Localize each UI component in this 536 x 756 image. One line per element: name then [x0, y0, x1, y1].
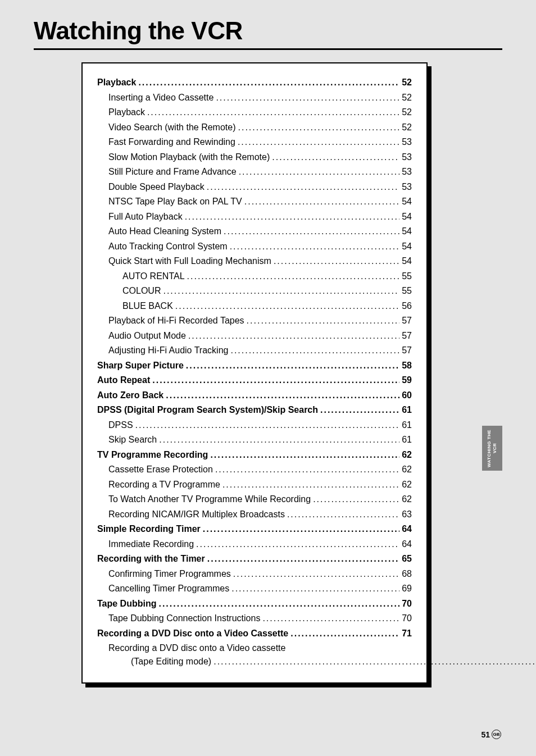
toc-entry-multiline[interactable]: Recording a DVD disc onto a Video casset… [97, 641, 412, 668]
toc-page: 62 [402, 448, 412, 462]
toc-entry[interactable]: Auto Repeat ............................… [97, 374, 412, 387]
toc-label: Cassette Erase Protection [108, 463, 213, 476]
toc-page: 62 [402, 463, 412, 476]
toc-entry[interactable]: AUTO RENTAL ............................… [97, 270, 412, 283]
toc-label: Cancelling Timer Programmes [108, 582, 229, 595]
toc-dots: ........................................… [152, 374, 399, 387]
toc-page: 54 [402, 195, 412, 208]
toc-label: Video Search (with the Remote) [108, 121, 235, 134]
toc-entry[interactable]: Slow Motion Playback (with the Remote) .… [97, 151, 412, 164]
toc-dots: ........................................… [186, 359, 399, 372]
toc-dots: ........................................… [224, 225, 399, 238]
toc-dots: ........................................… [238, 135, 399, 149]
toc-entry[interactable]: Audio Output Mode ......................… [97, 329, 412, 343]
toc-entry[interactable]: Auto Tracking Control System ...........… [97, 240, 412, 253]
toc-entry[interactable]: Skip Search ............................… [97, 433, 412, 447]
toc-dots: ........................................… [247, 314, 400, 327]
toc-page: 57 [402, 344, 412, 357]
toc-entry[interactable]: Playback ...............................… [97, 106, 412, 119]
toc-entry[interactable]: Playback ...............................… [97, 76, 412, 89]
toc-dots: ........................................… [207, 552, 399, 566]
toc-entry[interactable]: Recording NICAM/IGR Multiplex Broadcasts… [97, 508, 412, 521]
toc-entry[interactable]: DPSS (Digital Program Search System)/Ski… [97, 403, 412, 417]
toc-label: Recording a TV Programme [108, 478, 220, 491]
toc-entry[interactable]: Immediate Recording ....................… [97, 538, 412, 551]
toc-label: Tape Dubbing [97, 597, 156, 611]
toc-dots: ........................................… [222, 478, 399, 491]
toc-label: Skip Search [108, 433, 157, 447]
toc-label: COLOUR [122, 284, 161, 298]
toc-page: 53 [402, 151, 412, 164]
toc-entry[interactable]: Simple Recording Timer .................… [97, 522, 412, 536]
toc-entry[interactable]: Double Speed Playback ..................… [97, 180, 412, 194]
toc-page: 65 [402, 552, 412, 566]
toc-label: Immediate Recording [108, 538, 194, 551]
toc-entry[interactable]: BLUE BACK ..............................… [97, 299, 412, 313]
language-badge: GB [492, 730, 501, 739]
toc-dots: ........................................… [215, 463, 399, 476]
toc-page: 55 [402, 270, 412, 283]
toc-dots: ........................................… [210, 448, 399, 462]
toc-entry[interactable]: Playback of Hi-Fi Recorded Tapes .......… [97, 314, 412, 327]
toc-dots: ........................................… [203, 522, 399, 536]
toc-label: AUTO RENTAL [122, 270, 185, 283]
toc-page: 70 [402, 597, 412, 611]
toc-entry[interactable]: Cancelling Timer Programmes ............… [97, 582, 412, 595]
toc-label: Inserting a Video Cassette [108, 91, 214, 104]
toc-page: 64 [402, 538, 412, 551]
toc-entry[interactable]: Auto Head Cleaning System ..............… [97, 225, 412, 238]
toc-entry[interactable]: Recording a DVD Disc onto a Video Casset… [97, 627, 412, 640]
toc-label: TV Programme Recording [97, 448, 208, 462]
toc-dots: ........................................… [147, 106, 399, 119]
toc-dots: ........................................… [216, 91, 399, 104]
toc-page: 62 [402, 478, 412, 491]
toc-dots: ........................................… [287, 508, 399, 521]
toc-dots: ........................................… [135, 418, 400, 432]
toc-box: Playback ...............................… [81, 62, 428, 684]
toc-entry[interactable]: TV Programme Recording .................… [97, 448, 412, 462]
toc-label: Still Picture and Frame Advance [108, 165, 237, 179]
toc-entry[interactable]: Sharp Super Picture ....................… [97, 359, 412, 372]
toc-label: To Watch Another TV Programme While Reco… [108, 493, 311, 506]
toc-entry[interactable]: Full Auto Playback .....................… [97, 210, 412, 224]
toc-entry[interactable]: Confirming Timer Programmes ............… [97, 567, 412, 581]
toc-page: 64 [402, 522, 412, 536]
toc-dots: ........................................… [188, 329, 399, 343]
toc-page: 70 [402, 612, 412, 625]
toc-entry[interactable]: Fast Forwarding and Rewinding ..........… [97, 135, 412, 149]
toc-entry[interactable]: Adjusting Hi-Fi Audio Tracking .........… [97, 344, 412, 357]
toc-entry[interactable]: Video Search (with the Remote) .........… [97, 121, 412, 134]
toc-dots: ........................................… [244, 195, 399, 208]
toc-entry[interactable]: Tape Dubbing ...........................… [97, 597, 412, 611]
toc-entry[interactable]: NTSC Tape Play Back on PAL TV ..........… [97, 195, 412, 208]
title-underline [34, 48, 502, 50]
toc-entry[interactable]: Inserting a Video Cassette .............… [97, 91, 412, 104]
toc-entry[interactable]: Tape Dubbing Connection Instructions ...… [97, 612, 412, 625]
page-footer: 51 GB [481, 730, 501, 739]
toc-page: 52 [402, 106, 412, 119]
toc-dots: ........................................… [230, 344, 399, 357]
toc-entry[interactable]: Quick Start with Full Loading Mechanism … [97, 254, 412, 268]
toc-entry[interactable]: COLOUR .................................… [97, 284, 412, 298]
toc-page: 55 [402, 284, 412, 298]
toc-entry[interactable]: Auto Zero Back .........................… [97, 389, 412, 402]
toc-dots: ........................................… [233, 567, 399, 581]
toc-label-line2: (Tape Editing mode) [131, 655, 211, 668]
toc-dots: ........................................… [320, 403, 399, 417]
toc-page: 54 [402, 240, 412, 253]
toc-page: 57 [402, 329, 412, 343]
toc-entry[interactable]: Cassette Erase Protection ..............… [97, 463, 412, 476]
toc-dots: ........................................… [185, 210, 400, 224]
toc-label: Playback [97, 76, 136, 89]
toc-page: 54 [402, 210, 412, 224]
toc-entry[interactable]: Still Picture and Frame Advance ........… [97, 165, 412, 179]
toc-page: 69 [402, 582, 412, 595]
toc-entry[interactable]: To Watch Another TV Programme While Reco… [97, 493, 412, 506]
toc-label: Auto Tracking Control System [108, 240, 228, 253]
toc-entry[interactable]: DPSS ...................................… [97, 418, 412, 432]
toc-entry[interactable]: Recording with the Timer ...............… [97, 552, 412, 566]
toc-label: NTSC Tape Play Back on PAL TV [108, 195, 242, 208]
toc-page: 59 [402, 374, 412, 387]
toc-entry[interactable]: Recording a TV Programme ...............… [97, 478, 412, 491]
toc-page: 54 [402, 254, 412, 268]
